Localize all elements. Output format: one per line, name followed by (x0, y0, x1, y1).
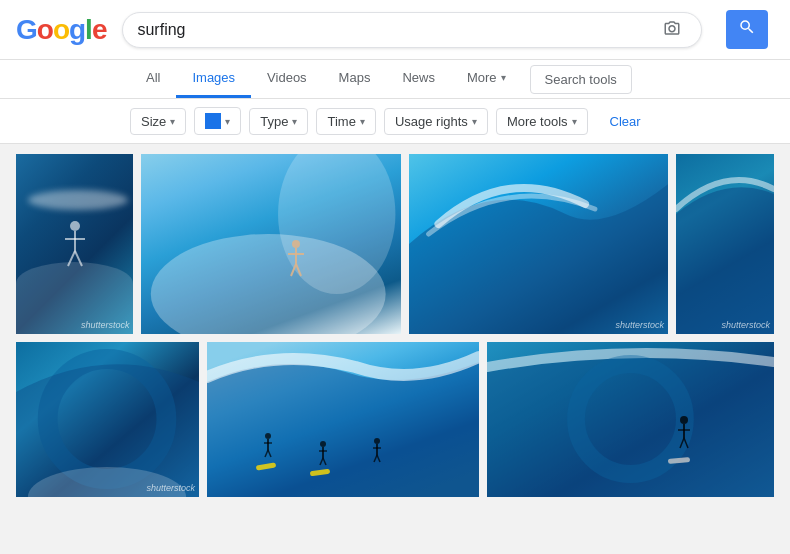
svg-line-4 (75, 251, 82, 266)
logo-letter-e: e (92, 14, 107, 46)
image-row-2: shutterstock (16, 342, 774, 497)
svg-point-19 (320, 441, 326, 447)
logo-letter-o2: o (53, 14, 69, 46)
search-tools-button[interactable]: Search tools (530, 65, 632, 94)
svg-line-28 (377, 455, 380, 462)
watermark-label-5: shutterstock (147, 483, 196, 493)
svg-point-7 (292, 240, 300, 248)
image-row-1: shutterstock shutterstock (16, 154, 774, 334)
image-grid: shutterstock shutterstock (0, 144, 790, 507)
svg-line-33 (680, 438, 684, 448)
watermark-label-1: shutterstock (81, 320, 130, 330)
svg-line-23 (323, 458, 326, 465)
svg-point-30 (680, 416, 688, 424)
nav-more[interactable]: More ▾ (451, 60, 522, 98)
nav-maps[interactable]: Maps (323, 60, 387, 98)
logo-letter-g: G (16, 14, 37, 46)
svg-line-22 (320, 458, 323, 465)
usage-rights-filter-button[interactable]: Usage rights ▾ (384, 108, 488, 135)
usage-rights-chevron-icon: ▾ (472, 116, 477, 127)
time-filter-button[interactable]: Time ▾ (316, 108, 375, 135)
nav-videos[interactable]: Videos (251, 60, 323, 98)
svg-point-0 (70, 221, 80, 231)
more-tools-chevron-icon: ▾ (572, 116, 577, 127)
time-chevron-icon: ▾ (360, 116, 365, 127)
type-filter-button[interactable]: Type ▾ (249, 108, 308, 135)
color-chevron-icon: ▾ (225, 116, 230, 127)
svg-line-17 (265, 450, 268, 457)
type-chevron-icon: ▾ (292, 116, 297, 127)
image-multiple-surfers[interactable] (207, 342, 479, 497)
logo-letter-g2: g (69, 14, 85, 46)
watermark-label-3: shutterstock (616, 320, 665, 330)
nav-bar: All Images Videos Maps News More ▾ Searc… (0, 60, 790, 99)
svg-line-34 (684, 438, 688, 448)
svg-line-11 (296, 264, 301, 276)
image-underwater-surfer[interactable]: shutterstock (16, 154, 133, 334)
blue-color-swatch (205, 113, 221, 129)
image-wave-tube[interactable]: shutterstock (16, 342, 199, 497)
google-logo[interactable]: Google (16, 14, 106, 46)
search-button[interactable] (726, 10, 768, 49)
more-chevron-icon: ▾ (501, 72, 506, 83)
header: Google (0, 0, 790, 60)
nav-news[interactable]: News (386, 60, 451, 98)
logo-letter-o1: o (37, 14, 53, 46)
image-ocean-wave[interactable]: shutterstock (409, 154, 668, 334)
svg-line-3 (68, 251, 75, 266)
image-surfer-wave[interactable] (141, 154, 400, 334)
logo-letter-l: l (85, 14, 92, 46)
search-bar (122, 12, 702, 48)
size-chevron-icon: ▾ (170, 116, 175, 127)
filter-bar: Size ▾ ▾ Type ▾ Time ▾ Usage rights ▾ Mo… (0, 99, 790, 144)
svg-line-27 (374, 455, 377, 462)
image-surfer-tube[interactable] (487, 342, 774, 497)
size-filter-button[interactable]: Size ▾ (130, 108, 186, 135)
search-input[interactable] (137, 21, 657, 39)
svg-line-10 (291, 264, 296, 276)
color-filter-display[interactable]: ▾ (194, 107, 241, 135)
more-tools-filter-button[interactable]: More tools ▾ (496, 108, 588, 135)
clear-filters-button[interactable]: Clear (600, 109, 651, 134)
image-wave-side[interactable]: shutterstock (676, 154, 774, 334)
svg-line-18 (268, 450, 271, 457)
svg-point-24 (374, 438, 380, 444)
watermark-label-4: shutterstock (721, 320, 770, 330)
nav-images[interactable]: Images (176, 60, 251, 98)
camera-search-button[interactable] (657, 19, 687, 41)
nav-all[interactable]: All (130, 60, 176, 98)
svg-point-14 (265, 433, 271, 439)
